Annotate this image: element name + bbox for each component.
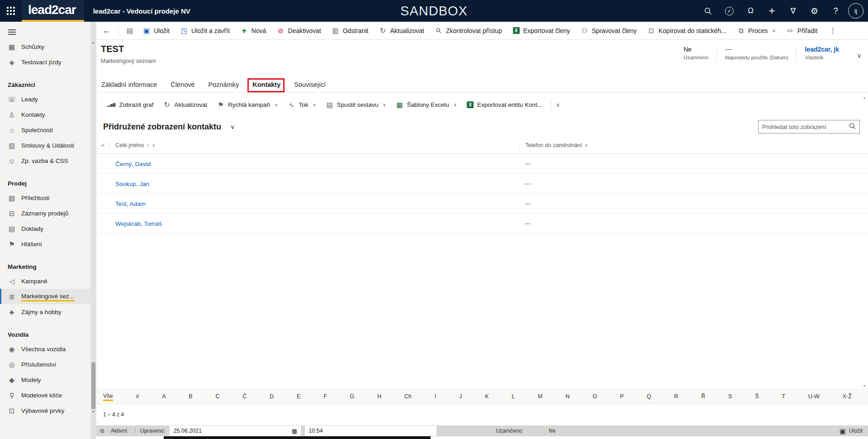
command-button[interactable]: Uložit a zavřít (175, 22, 235, 40)
grid-toolbar-button[interactable]: Tok ∨ (283, 97, 321, 113)
tab[interactable]: Členové (171, 81, 194, 92)
sidebar-item[interactable]: Smlouvy & Události (0, 138, 90, 153)
sidebar-item[interactable]: Modely (0, 372, 90, 387)
lightbulb-icon[interactable] (740, 0, 761, 22)
sidebar-item[interactable]: Marketingové sez... (0, 289, 90, 304)
sidebar-item[interactable]: Zp. vazba & CSS (0, 153, 90, 168)
tab[interactable]: Základní informace (101, 81, 157, 92)
table-row[interactable]: Soukup, Jan --- (96, 174, 868, 194)
alphabet-letter[interactable]: S (728, 393, 732, 401)
chevron-down-icon[interactable]: ∨ (230, 123, 235, 130)
scroll-up-icon[interactable]: ▲ (862, 96, 867, 99)
grid-toolbar-button[interactable]: Rychlá kampaň ∨ (212, 97, 283, 113)
app-logo[interactable]: lead2car (22, 0, 84, 22)
command-button[interactable]: Proces ∨ (732, 22, 781, 40)
grid-toolbar-button[interactable]: Šablony Excelu ∨ (391, 97, 462, 113)
grid-toolbar-button[interactable]: Zobrazit graf (102, 97, 158, 113)
column-header-business-phone[interactable]: Telefon do zaměstnání ∨ (519, 142, 868, 148)
table-row[interactable]: Černý, David --- (96, 154, 868, 174)
scroll-down-icon[interactable]: ▼ (862, 384, 867, 387)
sidebar-item[interactable]: Zájmy a hobby (0, 304, 90, 320)
contact-name-link[interactable]: Wejskrab, Tomáš (115, 220, 162, 227)
alphabet-letter[interactable]: E (297, 393, 300, 401)
sidebar-item[interactable]: Příslušenství (0, 357, 90, 372)
command-button[interactable]: Aktualizovat (374, 22, 429, 40)
sidebar-item[interactable]: Příležitosti (0, 190, 90, 205)
grid-toolbar-button[interactable]: Spustit sestavu ∨ (321, 97, 391, 113)
alphabet-letter[interactable]: L (512, 393, 515, 401)
tab[interactable]: Kontakty (252, 81, 280, 92)
filter-icon[interactable] (783, 0, 804, 22)
contact-name-link[interactable]: Černý, David (115, 161, 151, 167)
alphabet-letter[interactable]: U-W (808, 393, 820, 401)
alphabet-letter[interactable]: Š (755, 393, 759, 401)
add-icon[interactable] (761, 0, 783, 22)
back-icon[interactable]: ← (99, 26, 114, 36)
chevron-down-icon[interactable]: ∨ (585, 143, 588, 148)
alphabet-letter[interactable]: A (162, 393, 166, 401)
view-selector[interactable]: Přidružené zobrazení kontaktu (103, 122, 221, 132)
command-button[interactable]: Uložit (138, 22, 175, 40)
sidebar-item[interactable]: Schůzky (0, 39, 90, 54)
scroll-down-icon[interactable]: ▼ (90, 410, 96, 413)
grid-toolbar-button[interactable]: Aktualizovat (158, 97, 212, 113)
table-row[interactable]: Test, Adam --- (96, 194, 868, 214)
sidebar-item[interactable]: Doklady (0, 221, 90, 236)
alphabet-letter[interactable]: B (189, 393, 192, 401)
sidebar-item[interactable]: Modelové klíče (0, 387, 90, 403)
grid-toolbar-button[interactable]: Exportovat entitu Kont... (462, 97, 547, 113)
alphabet-letter[interactable]: R (674, 393, 678, 401)
hamburger-menu-icon[interactable] (0, 22, 90, 39)
avatar[interactable]: Ij (848, 3, 863, 19)
select-all-checkmark[interactable]: ✓ (96, 141, 110, 149)
waffle-menu-icon[interactable] (0, 0, 22, 22)
chevron-down-icon[interactable]: ∨ (152, 143, 155, 148)
alphabet-letter[interactable]: F (323, 393, 327, 401)
sidebar-item[interactable]: Kampaně (0, 273, 90, 289)
contact-name-link[interactable]: Soukup, Jan (115, 181, 149, 187)
alphabet-letter[interactable]: Vše (103, 393, 113, 401)
command-button[interactable]: Exportovat členy (508, 22, 576, 40)
sidebar-item[interactable]: Hlášení (0, 236, 90, 252)
alphabet-letter[interactable]: Č (242, 393, 247, 401)
alphabet-letter[interactable]: G (350, 393, 355, 401)
scroll-up-icon[interactable]: ▲ (90, 41, 96, 44)
grid-scrollbar[interactable]: ▲ ▼ (862, 95, 867, 388)
alphabet-letter[interactable]: C (215, 393, 219, 401)
command-button[interactable]: Kopírovat do statickéh... (642, 22, 732, 40)
alphabet-letter[interactable]: # (136, 393, 139, 401)
alphabet-letter[interactable]: O (593, 393, 597, 401)
search-icon[interactable] (697, 0, 719, 22)
check-circle-icon[interactable]: ✓ (719, 0, 740, 22)
help-icon[interactable] (825, 0, 846, 22)
alphabet-letter[interactable]: J (459, 393, 462, 401)
alphabet-letter[interactable]: D (270, 393, 274, 401)
search-icon[interactable] (849, 123, 856, 131)
scrollbar-thumb[interactable] (91, 362, 95, 409)
tab[interactable]: Související (294, 81, 326, 92)
contact-name-link[interactable]: Test, Adam (115, 200, 146, 207)
more-commands-icon[interactable]: ⋮ (823, 26, 843, 35)
sidebar-item[interactable]: Leady (0, 91, 90, 107)
alphabet-letter[interactable]: Ř (701, 393, 705, 401)
alphabet-letter[interactable]: X-Ž (843, 393, 852, 401)
sidebar-item[interactable]: Kontakty (0, 107, 90, 122)
alphabet-letter[interactable]: N (565, 393, 569, 401)
calendar-icon[interactable]: ▦ (292, 428, 301, 434)
command-button[interactable]: Deaktivovat (272, 22, 327, 40)
sidebar-item[interactable]: Společnosti (0, 122, 90, 138)
sidebar-item[interactable]: Všechna vozidla (0, 341, 90, 357)
settings-gear-icon[interactable] (804, 0, 825, 22)
alphabet-letter[interactable]: Ch (404, 393, 412, 401)
tab[interactable]: Poznámky (209, 81, 239, 92)
command-button[interactable]: Zkontrolovat přístup (430, 22, 508, 40)
search-input[interactable] (762, 124, 847, 130)
sidebar-item[interactable]: Výbavové prvky (0, 403, 90, 418)
table-row[interactable]: Wejskrab, Tomáš --- (96, 214, 868, 234)
modified-date-input[interactable] (170, 426, 292, 436)
collapse-header-icon[interactable]: ∨ (857, 52, 862, 60)
command-button[interactable]: Nová (235, 22, 272, 40)
column-header-full-name[interactable]: Celé jméno ↑ ∨ (110, 142, 519, 148)
alphabet-letter[interactable]: T (782, 393, 785, 401)
alphabet-letter[interactable]: Q (647, 393, 651, 401)
